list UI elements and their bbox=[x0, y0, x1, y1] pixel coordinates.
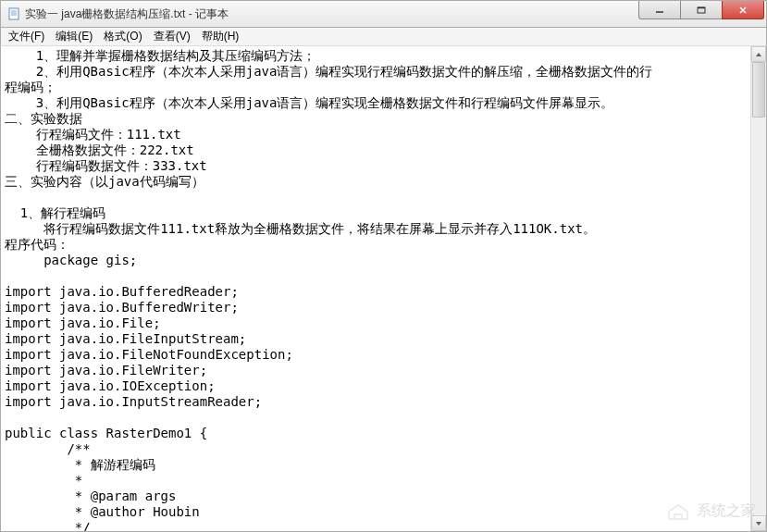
scroll-up-button[interactable] bbox=[751, 46, 766, 62]
menu-edit[interactable]: 编辑(E) bbox=[50, 27, 98, 46]
window-title: 实验一 java栅格数据结构压缩.txt - 记事本 bbox=[25, 6, 639, 22]
menu-file[interactable]: 文件(F) bbox=[3, 27, 50, 46]
maximize-button[interactable] bbox=[680, 1, 723, 19]
minimize-button[interactable] bbox=[638, 1, 681, 19]
notepad-icon bbox=[6, 6, 21, 21]
menu-format[interactable]: 格式(O) bbox=[98, 27, 147, 46]
text-editor[interactable]: 1、理解并掌握栅格数据结构及其压缩编码方法； 2、利用QBasic程序（本次本人… bbox=[1, 46, 750, 531]
close-button[interactable] bbox=[722, 1, 764, 19]
content-area: 1、理解并掌握栅格数据结构及其压缩编码方法； 2、利用QBasic程序（本次本人… bbox=[0, 46, 767, 532]
svg-rect-0 bbox=[9, 8, 19, 19]
menu-help[interactable]: 帮助(H) bbox=[196, 27, 245, 46]
scroll-track[interactable] bbox=[751, 62, 766, 515]
titlebar: 实验一 java栅格数据结构压缩.txt - 记事本 bbox=[0, 0, 767, 28]
scroll-down-button[interactable] bbox=[751, 515, 766, 531]
menu-view[interactable]: 查看(V) bbox=[148, 27, 196, 46]
window-controls bbox=[639, 1, 766, 27]
vertical-scrollbar[interactable] bbox=[750, 46, 766, 531]
scroll-thumb[interactable] bbox=[752, 62, 765, 118]
menubar: 文件(F) 编辑(E) 格式(O) 查看(V) 帮助(H) bbox=[0, 28, 767, 46]
